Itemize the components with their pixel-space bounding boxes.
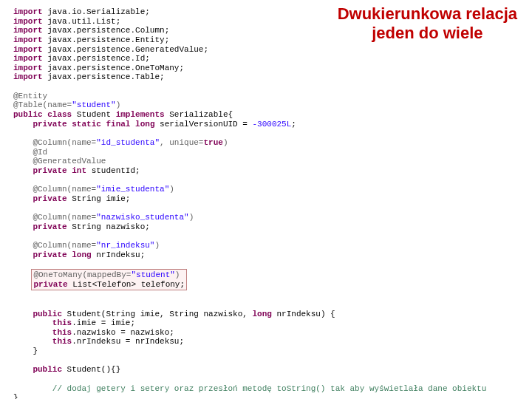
string: "student" (131, 270, 174, 279)
title-line-2: jeden do wiele (372, 24, 482, 42)
annotation: @Column(name= (33, 241, 96, 250)
kw-import: import (13, 17, 43, 26)
brace: } (33, 347, 38, 355)
class-decl: Serializable{ (165, 110, 233, 119)
annotation: @OneToMany(mappedBy= (33, 270, 131, 279)
annotation: ) (154, 241, 160, 250)
stmt: .imie = imie; (72, 318, 135, 327)
stmt: .nrIndeksu = nrIndeksu; (72, 337, 184, 346)
annotation: ) (223, 138, 228, 147)
kw-long: long (72, 250, 91, 259)
kw-public: public (13, 110, 43, 119)
field: String nazwisko; (67, 222, 150, 231)
kw-private: private (33, 194, 66, 203)
kw-static: static (72, 120, 101, 129)
kw-private: private (33, 250, 66, 259)
kw-private: private (33, 280, 67, 289)
annotation: ) (169, 185, 174, 194)
import-text: javax.persistence.Table; (43, 72, 165, 81)
field: String imie; (67, 194, 131, 203)
ctor-sig: nrIndeksu) { (272, 310, 335, 318)
stmt: .nazwisko = nazwisko; (72, 328, 174, 337)
kw-class: class (47, 110, 72, 119)
field: studentId; (86, 166, 140, 175)
title-line-1: Dwukierunkowa relacja (338, 4, 517, 23)
kw-private: private (33, 166, 66, 175)
string: "student" (72, 100, 115, 109)
import-text: javax.persistence.Entity; (43, 35, 170, 44)
import-text: javax.persistence.GeneratedValue; (43, 45, 208, 54)
kw-implements: implements (116, 110, 165, 119)
import-text: javax.persistence.Column; (43, 26, 170, 35)
ctor2: Student(){} (62, 365, 120, 374)
ctor-sig: Student(String imie, String nazwisko, (62, 310, 252, 318)
semi: ; (291, 120, 296, 129)
import-text: javax.persistence.OneToMany; (43, 64, 184, 72)
kw-public: public (33, 310, 62, 318)
import-text: java.io.Serializable; (43, 7, 150, 16)
kw-import: import (13, 35, 43, 44)
kw-private: private (33, 120, 66, 129)
annotation: ) (189, 213, 194, 222)
kw-import: import (13, 7, 43, 16)
num-literal: -300025L (253, 120, 292, 129)
code-block: import java.io.Serializable; import java… (0, 0, 532, 399)
annotation: @Table(name= (13, 100, 72, 109)
kw-import: import (13, 72, 43, 81)
annotation: , unique= (160, 138, 203, 147)
highlighted-code: @OneToMany(mappedBy="student") private L… (31, 269, 187, 290)
annotation: @Column(name= (33, 138, 96, 147)
field-name: serialVersionUID = (154, 120, 252, 129)
brace: } (13, 393, 18, 399)
kw-long: long (252, 310, 271, 318)
kw-import: import (13, 45, 43, 54)
field: List<Telefon> telefony; (68, 280, 185, 289)
kw-final: final (106, 120, 130, 129)
string: "nazwisko_studenta" (96, 213, 188, 222)
kw-long: long (135, 120, 154, 129)
annotation: ) (116, 100, 121, 109)
kw-public: public (33, 365, 62, 374)
kw-import: import (13, 26, 43, 35)
annotation: @Entity (13, 92, 47, 100)
kw-this: this (52, 328, 72, 337)
slide-title: Dwukierunkowa relacja jeden do wiele (338, 4, 517, 44)
string: "nr_indeksu" (96, 241, 154, 250)
comment: // dodaj getery i setery oraz przesłoń m… (52, 384, 487, 393)
kw-import: import (13, 54, 43, 63)
string: "imie_studenta" (96, 185, 169, 194)
import-text: javax.persistence.Id; (43, 54, 150, 63)
kw-this: this (52, 318, 72, 327)
kw-import: import (13, 64, 43, 72)
annotation: @GeneratedValue (33, 157, 106, 166)
annotation: @Id (33, 148, 47, 157)
annotation: @Column(name= (33, 185, 96, 194)
kw-this: this (52, 337, 72, 346)
kw-int: int (72, 166, 86, 175)
annotation: @Column(name= (33, 213, 96, 222)
class-name: Student (72, 110, 115, 119)
kw-true: true (203, 138, 222, 147)
kw-private: private (33, 222, 66, 231)
import-text: java.util.List; (43, 17, 121, 26)
field: nrIndeksu; (92, 250, 146, 259)
annotation: ) (175, 270, 180, 279)
string: "id_studenta" (96, 138, 160, 147)
